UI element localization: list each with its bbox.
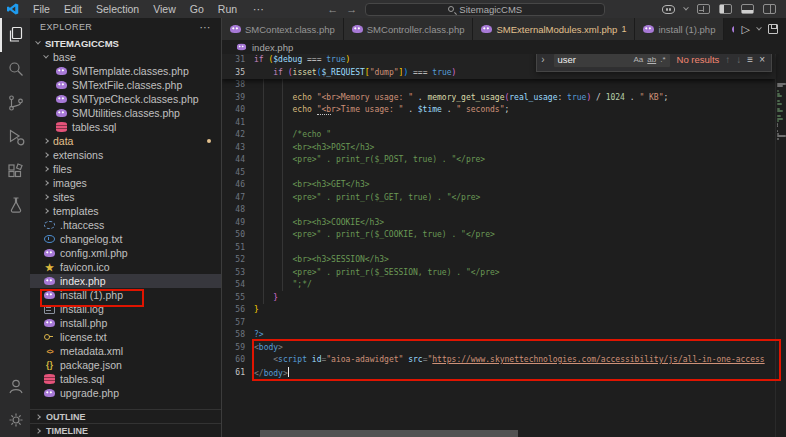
tree-item-smtemplate-classes-php[interactable]: SMTemplate.classes.php (30, 64, 221, 78)
code-line-55[interactable]: 55 } (222, 292, 775, 305)
tree-item-data[interactable]: data (30, 134, 221, 148)
timeline-section[interactable]: TIMELINE (30, 423, 221, 437)
code-area[interactable]: 31if ($debug === true)35 if (isset($_REQ… (222, 54, 786, 437)
code-line-60[interactable]: 60 <script id="aioa-adawidget" src="http… (222, 354, 775, 367)
code-line-51[interactable]: 51 (222, 242, 775, 255)
run-and-debug-icon[interactable] (0, 120, 30, 154)
gear-file-icon (44, 221, 55, 229)
nav-forward-icon[interactable]: → (346, 3, 357, 15)
code-line-47[interactable]: 47 <pre>" . print_r($_GET, true) . "</pr… (222, 192, 775, 205)
breadcrumb[interactable]: index.php (222, 40, 786, 54)
code-line-39[interactable]: 39 echo "<br>Memory usage: " . memory_ge… (222, 92, 775, 105)
tree-item-images[interactable]: images (30, 176, 221, 190)
tree-item-templates[interactable]: templates (30, 204, 221, 218)
match-case-icon[interactable]: Aa (634, 54, 644, 67)
code-line-59[interactable]: 59<body> (222, 342, 775, 355)
horizontal-scrollbar[interactable] (260, 430, 518, 437)
regex-icon[interactable]: .* (660, 54, 665, 67)
source-control-icon[interactable] (0, 86, 30, 120)
menu-selection[interactable]: Selection (89, 2, 146, 16)
code-line-40[interactable]: 40 echo "<br>Time usage: " . $time . " s… (222, 104, 775, 117)
tree-item-smtextfile-classes-php[interactable]: SMTextFile.classes.php (30, 78, 221, 92)
find-previous-icon[interactable]: ↑ (725, 54, 730, 67)
tree-item-sites[interactable]: sites (30, 190, 221, 204)
explorer-icon[interactable] (0, 18, 30, 52)
menu-go[interactable]: Go (183, 2, 211, 16)
menu-view[interactable]: View (146, 2, 183, 16)
tree-item-install-1-php[interactable]: install (1).php (30, 288, 221, 302)
code-line-54[interactable]: 54 ";*/ (222, 279, 775, 292)
tree-item-upgrade-php[interactable]: upgrade.php (30, 386, 221, 400)
copilot-chevron-icon[interactable] (683, 5, 689, 11)
find-close-icon[interactable]: × (759, 54, 765, 67)
tree-item-config-xml-php[interactable]: config.xml.php (30, 246, 221, 260)
copilot-icon[interactable] (662, 5, 675, 14)
code-lines[interactable]: 3839 echo "<br>Memory usage: " . memory_… (222, 79, 775, 379)
tree-item-files[interactable]: files (30, 162, 221, 176)
run-button[interactable]: ▷ (742, 24, 750, 35)
toggle-panel-icon[interactable] (741, 4, 754, 14)
find-next-icon[interactable]: ↓ (736, 54, 741, 67)
save-icon[interactable] (768, 24, 778, 34)
tree-item-package-json[interactable]: {}package.json (30, 358, 221, 372)
customize-layout-icon[interactable] (697, 4, 710, 14)
tab-index-php[interactable]: index.php× (724, 18, 733, 40)
tree-item-smtypecheck-classes-php[interactable]: SMTypeCheck.classes.php (30, 92, 221, 106)
code-line-56[interactable]: 56} (222, 304, 775, 317)
code-line-45[interactable]: 45 (222, 167, 775, 180)
tree-item-install-log[interactable]: install.log (30, 302, 221, 316)
run-dropdown-icon[interactable] (756, 25, 762, 31)
tab-smcontext-class-php[interactable]: SMContext.class.php (222, 18, 344, 40)
menu-file[interactable]: File (26, 2, 57, 16)
tree-item-htaccess[interactable]: .htaccess (30, 218, 221, 232)
find-toggle-icon[interactable]: › (539, 54, 546, 67)
menu-overflow-icon[interactable]: ⋯ (246, 2, 271, 16)
tree-item-metadata-xml[interactable]: <>metadata.xml (30, 344, 221, 358)
minimap[interactable] (775, 54, 786, 437)
tab-smcontroller-class-php[interactable]: SMController.class.php (344, 18, 474, 40)
tree-item-smutilities-classes-php[interactable]: SMUtilities.classes.php (30, 106, 221, 120)
outline-section[interactable]: OUTLINE (30, 409, 221, 423)
tree-item-favicon-ico[interactable]: ★favicon.ico (30, 260, 221, 274)
extensions-icon[interactable] (0, 154, 30, 188)
menu-run[interactable]: Run (211, 2, 244, 16)
code-line-44[interactable]: 44 <pre>" . print_r($_POST, true) . "</p… (222, 154, 775, 167)
testing-icon[interactable] (0, 188, 30, 222)
code-line-49[interactable]: 49 <br><h3>COOKIE</h3> (222, 217, 775, 230)
code-line-46[interactable]: 46 <br><h3>GET</h3> (222, 179, 775, 192)
tab-smexternalmodules-xml-php[interactable]: SMExternalModules.xml.php1 (473, 18, 635, 40)
code-line-42[interactable]: 42 /*echo " (222, 129, 775, 142)
account-icon[interactable] (0, 369, 30, 403)
tree-item-tables-sql[interactable]: tables.sql (30, 372, 221, 386)
tree-item-extensions[interactable]: extensions (30, 148, 221, 162)
whole-word-icon[interactable]: ab (647, 54, 656, 67)
code-line-43[interactable]: 43 <br><h3>POST</h3> (222, 142, 775, 155)
tree-root-sitemagiccms[interactable]: SITEMAGICCMS (30, 36, 221, 50)
find-in-selection-icon[interactable]: ≡ (747, 54, 753, 67)
code-line-53[interactable]: 53 <pre>" . print_r($_SESSION, true) . "… (222, 267, 775, 280)
search-sidebar-icon[interactable] (0, 52, 30, 86)
toggle-secondary-sidebar-icon[interactable] (763, 4, 776, 14)
code-line-52[interactable]: 52 <br><h3>SESSION</h3> (222, 254, 775, 267)
tree-item-changelog-txt[interactable]: changelog.txt (30, 232, 221, 246)
explorer-more-actions-icon[interactable]: ⋯ (200, 21, 211, 34)
tree-item-install-php[interactable]: install.php (30, 316, 221, 330)
toggle-primary-sidebar-icon[interactable] (719, 4, 732, 14)
code-line-41[interactable]: 41 (222, 117, 775, 130)
code-line-61[interactable]: 61</body> (222, 367, 775, 380)
command-center-search[interactable]: SitemagicCMS (365, 3, 605, 16)
code-line-50[interactable]: 50 <pre>" . print_r($_COOKIE, true) . "<… (222, 229, 775, 242)
tree-item-tables-sql[interactable]: tables.sql (30, 120, 221, 134)
nav-back-icon[interactable]: ← (327, 3, 338, 15)
code-line-57[interactable]: 57 (222, 317, 775, 330)
code-line-58[interactable]: 58?> (222, 329, 775, 342)
tree-item-base[interactable]: base (30, 50, 221, 64)
tree-item-license-txt[interactable]: license.txt (30, 330, 221, 344)
tree-item-index-php[interactable]: index.php (30, 274, 221, 288)
tab-install-1-php[interactable]: install (1).php (635, 18, 724, 40)
find-input[interactable]: user Aa ab .* (553, 54, 671, 68)
code-line-38[interactable]: 38 (222, 79, 775, 92)
menu-edit[interactable]: Edit (57, 2, 89, 16)
settings-gear-icon[interactable] (0, 403, 30, 437)
code-line-48[interactable]: 48 (222, 204, 775, 217)
